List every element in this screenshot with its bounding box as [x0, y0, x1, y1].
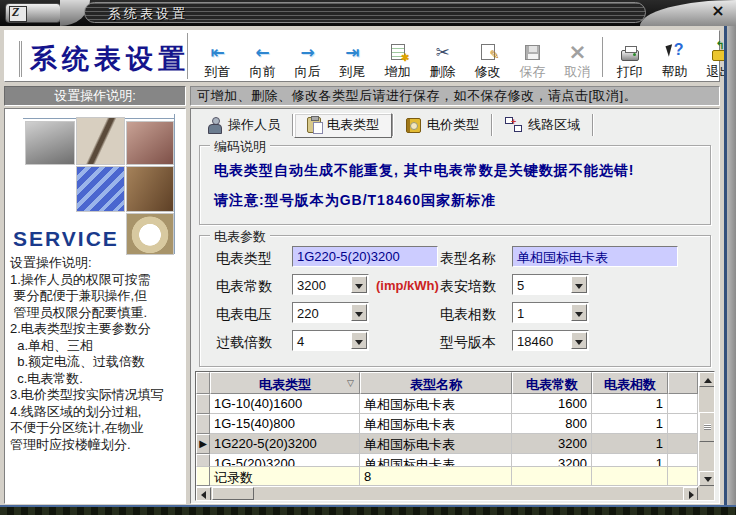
photo-paperclips: [126, 121, 174, 165]
horizontal-scroll-thumb[interactable]: [212, 487, 254, 500]
meter-constant-label: 电表常数: [216, 278, 272, 296]
record-count-value: 8: [360, 466, 512, 486]
group-title: 编码说明: [210, 138, 270, 156]
model-version-select[interactable]: 18460: [512, 330, 589, 351]
model-name-label: 表型名称: [440, 250, 496, 268]
voltage-label: 电表电压: [216, 306, 272, 324]
dropdown-arrow-icon[interactable]: [351, 276, 367, 293]
instruction-line: 4.线路区域的划分过粗,: [10, 404, 186, 421]
meter-constant-select[interactable]: 3200: [292, 274, 369, 295]
col-header-phase[interactable]: 电表相数: [592, 372, 668, 394]
cancel-icon: [568, 43, 586, 62]
print-icon: [621, 50, 639, 61]
edit-icon: [481, 44, 495, 60]
go-prev-icon: [255, 43, 269, 61]
scroll-down-icon[interactable]: [699, 471, 715, 486]
notice-bar: 可增加、删除、修改各类型后请进行保存，如不保存修改，请点击[取消]。: [190, 86, 720, 106]
col-header-model-name[interactable]: 表型名称: [360, 372, 512, 394]
dropdown-arrow-icon[interactable]: [571, 304, 587, 321]
scroll-left-icon[interactable]: [196, 487, 211, 501]
go-last-icon: [345, 43, 359, 61]
line-area-icon: [505, 117, 522, 133]
edit-button[interactable]: 修改: [465, 32, 510, 82]
photo-keyboard: [76, 166, 125, 212]
instructions-text: 设置操作说明: 1.操作人员的权限可按需 要分配便于兼职操作,但 管理员权限分配…: [10, 255, 186, 453]
meter-type-field[interactable]: 1G220-5(20)3200: [292, 246, 438, 267]
tab-separator: [592, 114, 594, 136]
save-icon: [525, 45, 540, 60]
table-row[interactable]: 1G-10(40)1600 单相国标电卡表 1600 1: [196, 394, 698, 414]
col-header-meter-constant[interactable]: 电表常数: [512, 372, 592, 394]
phase-select[interactable]: 1: [512, 302, 589, 323]
horizontal-scrollbar[interactable]: [196, 486, 698, 500]
dropdown-arrow-icon[interactable]: [351, 304, 367, 321]
instruction-line: 管理时应按楼幢划分.: [10, 437, 186, 454]
instruction-line: 2.电表类型按主要参数分: [10, 321, 186, 338]
window-frame-right: [724, 26, 736, 505]
table-footer-row: 记录数 8: [196, 466, 698, 486]
coding-note-line1: 电表类型自动生成不能重复, 其中电表常数是关键数据不能选错!: [214, 162, 634, 180]
photo-pen: [76, 117, 125, 165]
group-title: 电表参数: [210, 228, 270, 246]
table-row-selected[interactable]: 1G220-5(20)3200 单相国标电卡表 3200 1: [196, 434, 698, 454]
overload-select[interactable]: 4: [292, 330, 369, 351]
dropdown-arrow-icon[interactable]: [571, 276, 587, 293]
model-name-field[interactable]: 单相国标电卡表: [512, 246, 678, 267]
go-last-button[interactable]: 到尾: [330, 32, 375, 82]
unit-suffix: (imp/kWh): [376, 278, 439, 293]
dropdown-arrow-icon[interactable]: [351, 332, 367, 349]
cancel-button: 取消: [555, 32, 600, 82]
instruction-line: b.额定电流、过载倍数: [10, 354, 186, 371]
scroll-right-icon[interactable]: [683, 487, 698, 501]
vertical-scroll-thumb[interactable]: [699, 412, 715, 442]
instruction-line: 要分配便于兼职操作,但: [10, 288, 186, 305]
add-button[interactable]: 增加: [375, 32, 420, 82]
delete-button[interactable]: 删除: [420, 32, 465, 82]
ampere-label: 表安培数: [440, 278, 496, 296]
tab-meter-types[interactable]: 电表类型: [294, 113, 392, 138]
go-prev-button[interactable]: 向前: [240, 32, 285, 82]
toolbar: 到首 向前 向后 到尾 增加 删除: [195, 32, 736, 82]
save-button: 保存: [510, 32, 555, 82]
go-next-button[interactable]: 向后: [285, 32, 330, 82]
current-row-arrow-icon: [196, 434, 210, 454]
instruction-line: 不便于分区统计,在物业: [10, 420, 186, 437]
window-title: 系统表设置: [108, 5, 188, 23]
tab-line-areas[interactable]: 线路区域: [493, 113, 592, 138]
delete-icon: [435, 42, 449, 63]
record-count-label: 记录数: [210, 466, 360, 486]
help-button[interactable]: 帮助: [652, 32, 697, 82]
vertical-scrollbar[interactable]: [698, 372, 714, 486]
photo-stapler: [25, 121, 75, 165]
main-panel: 操作人员 电表类型 电价类型 线路区域 编码说明 电表类型自动生成不能重复, 其…: [190, 108, 720, 504]
tab-operators[interactable]: 操作人员: [195, 113, 292, 138]
add-icon: [391, 44, 405, 60]
go-first-button[interactable]: 到首: [195, 32, 240, 82]
titlebar: 系统表设置: [0, 0, 736, 26]
table-row[interactable]: 1G-15(40)800 单相国标电卡表 800 1: [196, 414, 698, 434]
app-logo-icon: [5, 3, 61, 23]
meter-type-label: 电表类型: [216, 250, 272, 268]
ampere-select[interactable]: 5: [512, 274, 589, 295]
print-button[interactable]: 打印: [607, 32, 652, 82]
close-button[interactable]: [708, 3, 728, 21]
instruction-line: 设置操作说明:: [10, 255, 186, 272]
coding-note-line2: 请注意:型号版本为GB/T18460国家新标准: [214, 192, 496, 210]
overload-label: 过载倍数: [216, 334, 272, 352]
dropdown-arrow-icon[interactable]: [571, 332, 587, 349]
photo-documents: [126, 166, 174, 212]
voltage-select[interactable]: 220: [292, 302, 369, 323]
instruction-line: 3.电价类型按实际情况填写: [10, 387, 186, 404]
scrollbar-corner: [698, 486, 714, 500]
go-next-icon: [300, 43, 314, 61]
price-type-icon: [406, 118, 421, 133]
tab-price-types[interactable]: 电价类型: [394, 113, 491, 138]
app-window: 系统表设置 系统表设置 到首 向前 向后 到尾: [0, 0, 736, 515]
col-header-meter-type[interactable]: 电表类型▽: [210, 372, 360, 394]
meter-type-icon: [307, 117, 321, 133]
instruction-line: a.单相、三相: [10, 338, 186, 355]
scroll-up-icon[interactable]: [699, 372, 715, 387]
instruction-line: 管理员权限分配要慎重.: [10, 305, 186, 322]
go-first-icon: [210, 43, 224, 61]
col-header-filler: [668, 372, 698, 394]
